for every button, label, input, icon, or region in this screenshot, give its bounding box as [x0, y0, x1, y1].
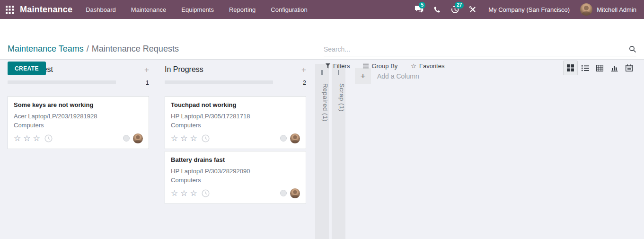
column-record-count: 1 — [116, 79, 149, 86]
view-pivot-button[interactable] — [592, 61, 607, 75]
apps-grid-icon — [6, 6, 14, 14]
filter-funnel-icon — [326, 63, 330, 69]
card-title: Some keys are not working — [14, 101, 143, 108]
card-footer: ☆ ☆ ☆ — [14, 133, 143, 143]
favorites-label: Favorites — [419, 62, 444, 70]
kanban-card[interactable]: Touchpad not working HP Laptop/LP/305/17… — [165, 96, 306, 149]
kanban-state-dot[interactable] — [280, 190, 287, 196]
activity-clock-icon[interactable] — [44, 134, 53, 142]
maintenance-app: Maintenance Dashboard Maintenance Equipm… — [0, 0, 644, 239]
star-icon[interactable]: ☆ — [23, 134, 30, 142]
kanban-state-dot[interactable] — [123, 135, 130, 142]
column-progressbar: 1 — [8, 79, 149, 86]
assignee-avatar[interactable] — [290, 133, 300, 143]
card-equipment: Acer Laptop/LP/203/19281928 — [14, 112, 143, 121]
user-menu[interactable]: Mitchell Admin — [578, 3, 644, 16]
view-switcher — [563, 61, 636, 75]
view-graph-button[interactable] — [607, 61, 622, 75]
fold-indicator-icon — [338, 70, 339, 75]
column-cards: Touchpad not working HP Laptop/LP/305/17… — [165, 96, 306, 204]
column-record-count: 2 — [273, 79, 306, 86]
kanban-state-dot[interactable] — [280, 135, 287, 142]
app-title[interactable]: Maintenance — [20, 5, 72, 15]
priority-stars: ☆ ☆ ☆ — [171, 189, 197, 197]
kanban-column-in-progress: In Progress + 2 Touchpad not working HP … — [165, 65, 306, 204]
card-title: Touchpad not working — [171, 101, 300, 108]
star-icon[interactable]: ☆ — [180, 134, 187, 142]
column-title[interactable]: In Progress — [165, 65, 203, 74]
star-icon[interactable]: ☆ — [14, 134, 21, 142]
star-icon[interactable]: ☆ — [171, 189, 178, 197]
activity-clock-icon[interactable] — [202, 189, 210, 197]
pivot-view-icon — [596, 65, 603, 71]
user-name: Mitchell Admin — [597, 6, 636, 13]
card-footer: ☆ ☆ ☆ — [171, 188, 300, 198]
add-column-button[interactable]: + — [355, 68, 371, 84]
breadcrumb: Maintenance Teams/Maintenance Requests — [8, 44, 179, 54]
card-title: Battery drains fast — [171, 156, 300, 163]
menu-item-equipments[interactable]: Equipments — [174, 0, 221, 19]
group-by-label: Group By — [371, 62, 397, 70]
group-by-bars-icon — [363, 63, 369, 69]
activities-button[interactable]: 27 — [446, 0, 464, 19]
company-switcher[interactable]: My Company (San Francisco) — [482, 6, 578, 13]
filters-dropdown[interactable]: Filters — [326, 62, 350, 70]
view-list-button[interactable] — [578, 61, 592, 75]
card-footer: ☆ ☆ ☆ — [171, 133, 300, 143]
priority-stars: ☆ ☆ ☆ — [14, 134, 40, 142]
collapsed-column-scrap[interactable]: Scrap (1) — [332, 64, 345, 239]
tools-icon — [469, 6, 476, 13]
kanban-card[interactable]: Battery drains fast HP Laptop/LP/303/282… — [165, 151, 306, 204]
view-calendar-button[interactable] — [622, 61, 636, 75]
activity-clock-icon[interactable] — [202, 134, 210, 142]
main-menu: Dashboard Maintenance Equipments Reporti… — [78, 0, 315, 19]
collapsed-column-title: Scrap (1) — [332, 83, 345, 112]
assignee-avatar[interactable] — [290, 188, 300, 198]
view-kanban-button[interactable] — [563, 61, 578, 75]
calendar-view-icon — [626, 64, 633, 71]
navbar-systray: 5 27 — [410, 0, 644, 19]
assignee-avatar[interactable] — [133, 133, 143, 143]
group-by-dropdown[interactable]: Group By — [363, 62, 397, 70]
breadcrumb-parent-link[interactable]: Maintenance Teams — [8, 44, 84, 53]
kanban-card[interactable]: Some keys are not working Acer Laptop/LP… — [8, 96, 149, 149]
menu-item-configuration[interactable]: Configuration — [263, 0, 315, 19]
control-panel: Maintenance Teams/Maintenance Requests C… — [0, 19, 644, 60]
activities-badge: 27 — [455, 2, 464, 9]
menu-item-dashboard[interactable]: Dashboard — [78, 0, 124, 19]
column-header: In Progress + — [165, 65, 306, 74]
star-icon[interactable]: ☆ — [33, 134, 40, 142]
collapsed-column-repaired[interactable]: Repaired (1) — [315, 64, 329, 239]
menu-item-maintenance[interactable]: Maintenance — [124, 0, 174, 19]
card-equipment: HP Laptop/LP/303/28292090 — [171, 167, 300, 176]
user-avatar — [580, 3, 592, 16]
star-icon[interactable]: ☆ — [171, 134, 178, 142]
tools-button[interactable] — [464, 0, 482, 19]
favorites-star-icon: ☆ — [411, 62, 416, 70]
apps-menu-button[interactable] — [0, 0, 19, 19]
add-column-label[interactable]: Add a Column — [377, 72, 419, 80]
create-button[interactable]: CREATE — [8, 62, 46, 75]
progress-bar[interactable] — [165, 80, 273, 84]
card-footer-right — [280, 188, 300, 198]
search-input[interactable] — [324, 45, 629, 53]
search-icon[interactable] — [629, 45, 636, 53]
top-navbar: Maintenance Dashboard Maintenance Equipm… — [0, 0, 644, 19]
quick-create-icon[interactable]: + — [301, 66, 306, 74]
filters-bar: Filters Group By ☆ Favorites — [326, 62, 444, 70]
messages-button[interactable]: 5 — [410, 0, 428, 19]
calls-button[interactable] — [428, 0, 446, 19]
column-progressbar: 2 — [165, 79, 306, 86]
card-footer-right — [123, 133, 143, 143]
menu-item-reporting[interactable]: Reporting — [221, 0, 263, 19]
favorites-dropdown[interactable]: ☆ Favorites — [411, 62, 444, 70]
priority-stars: ☆ ☆ ☆ — [171, 134, 197, 142]
quick-create-icon[interactable]: + — [144, 66, 149, 74]
star-icon[interactable]: ☆ — [190, 134, 197, 142]
card-category: Computers — [14, 121, 143, 130]
star-icon[interactable]: ☆ — [190, 189, 197, 197]
progress-bar[interactable] — [8, 80, 116, 84]
star-icon[interactable]: ☆ — [180, 189, 187, 197]
card-category: Computers — [171, 121, 300, 130]
fold-indicator-icon — [321, 70, 323, 75]
